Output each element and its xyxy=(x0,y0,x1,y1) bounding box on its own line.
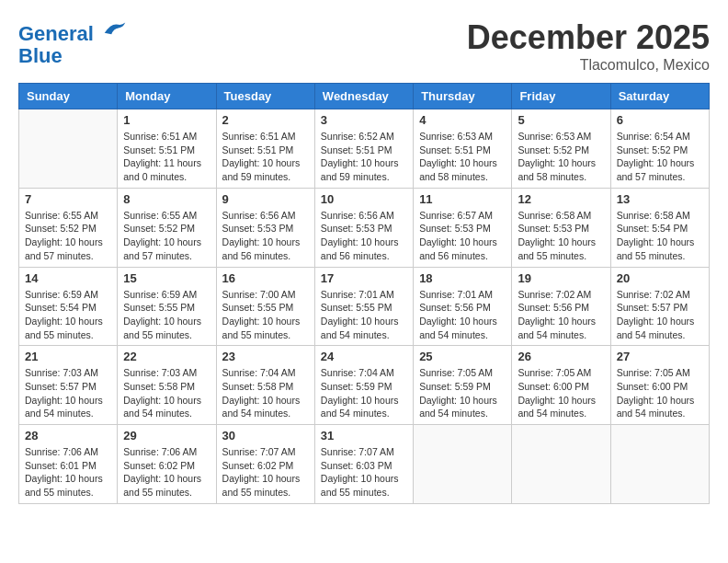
calendar-cell xyxy=(414,425,512,504)
calendar-cell: 17Sunrise: 7:01 AMSunset: 5:55 PMDayligh… xyxy=(314,267,413,346)
day-info: Sunrise: 6:59 AMSunset: 5:55 PMDaylight:… xyxy=(123,288,210,342)
day-info: Sunrise: 7:02 AMSunset: 5:57 PMDaylight:… xyxy=(617,288,703,342)
day-number: 14 xyxy=(25,271,111,285)
weekday-header-monday: Monday xyxy=(118,84,216,109)
calendar-cell xyxy=(19,109,118,189)
day-number: 1 xyxy=(123,113,210,127)
day-info: Sunrise: 7:06 AMSunset: 6:02 PMDaylight:… xyxy=(123,445,210,500)
calendar-cell xyxy=(610,425,709,504)
day-number: 28 xyxy=(25,429,111,442)
logo-blue: Blue xyxy=(18,44,63,67)
day-info: Sunrise: 7:05 AMSunset: 6:00 PMDaylight:… xyxy=(617,366,703,420)
calendar-cell: 5Sunrise: 6:53 AMSunset: 5:52 PMDaylight… xyxy=(512,109,610,189)
day-info: Sunrise: 6:55 AMSunset: 5:52 PMDaylight:… xyxy=(25,209,111,263)
calendar-cell: 20Sunrise: 7:02 AMSunset: 5:57 PMDayligh… xyxy=(610,267,709,346)
logo-general: General xyxy=(18,22,94,45)
day-info: Sunrise: 6:52 AMSunset: 5:51 PMDaylight:… xyxy=(321,130,407,184)
day-number: 16 xyxy=(222,271,309,285)
day-info: Sunrise: 7:01 AMSunset: 5:55 PMDaylight:… xyxy=(321,288,407,342)
calendar-table: SundayMondayTuesdayWednesdayThursdayFrid… xyxy=(18,83,710,504)
day-number: 31 xyxy=(321,429,407,442)
month-title: December 2025 xyxy=(467,18,710,57)
day-number: 13 xyxy=(617,192,703,206)
day-info: Sunrise: 6:59 AMSunset: 5:54 PMDaylight:… xyxy=(25,288,111,342)
calendar-cell: 26Sunrise: 7:05 AMSunset: 6:00 PMDayligh… xyxy=(512,346,610,425)
weekday-header-tuesday: Tuesday xyxy=(216,84,314,109)
calendar-cell: 6Sunrise: 6:54 AMSunset: 5:52 PMDaylight… xyxy=(610,109,709,189)
day-info: Sunrise: 6:51 AMSunset: 5:51 PMDaylight:… xyxy=(222,130,309,184)
calendar-cell: 3Sunrise: 6:52 AMSunset: 5:51 PMDaylight… xyxy=(314,109,413,189)
calendar-cell: 15Sunrise: 6:59 AMSunset: 5:55 PMDayligh… xyxy=(118,267,216,346)
day-info: Sunrise: 6:55 AMSunset: 5:52 PMDaylight:… xyxy=(123,209,210,263)
calendar-cell: 1Sunrise: 6:51 AMSunset: 5:51 PMDaylight… xyxy=(118,109,216,189)
calendar-cell: 13Sunrise: 6:58 AMSunset: 5:54 PMDayligh… xyxy=(610,188,709,267)
day-info: Sunrise: 7:07 AMSunset: 6:03 PMDaylight:… xyxy=(321,445,407,500)
calendar-cell: 27Sunrise: 7:05 AMSunset: 6:00 PMDayligh… xyxy=(610,346,709,425)
day-number: 3 xyxy=(321,113,407,127)
calendar-cell xyxy=(512,425,610,504)
calendar-cell: 31Sunrise: 7:07 AMSunset: 6:03 PMDayligh… xyxy=(314,425,413,504)
calendar-cell: 2Sunrise: 6:51 AMSunset: 5:51 PMDaylight… xyxy=(216,109,314,189)
calendar-cell: 22Sunrise: 7:03 AMSunset: 5:58 PMDayligh… xyxy=(118,346,216,425)
calendar-week-3: 14Sunrise: 6:59 AMSunset: 5:54 PMDayligh… xyxy=(19,267,710,346)
calendar-cell: 30Sunrise: 7:07 AMSunset: 6:02 PMDayligh… xyxy=(216,425,314,504)
weekday-header-wednesday: Wednesday xyxy=(314,84,413,109)
day-info: Sunrise: 7:04 AMSunset: 5:59 PMDaylight:… xyxy=(321,366,407,420)
day-info: Sunrise: 7:06 AMSunset: 6:01 PMDaylight:… xyxy=(25,445,111,500)
location-title: Tlacomulco, Mexico xyxy=(467,57,710,74)
day-number: 25 xyxy=(419,350,506,363)
day-info: Sunrise: 7:04 AMSunset: 5:58 PMDaylight:… xyxy=(222,366,309,420)
calendar-cell: 18Sunrise: 7:01 AMSunset: 5:56 PMDayligh… xyxy=(414,267,512,346)
day-number: 18 xyxy=(419,271,506,285)
day-info: Sunrise: 6:58 AMSunset: 5:54 PMDaylight:… xyxy=(617,209,703,263)
calendar-cell: 21Sunrise: 7:03 AMSunset: 5:57 PMDayligh… xyxy=(19,346,118,425)
calendar-cell: 4Sunrise: 6:53 AMSunset: 5:51 PMDaylight… xyxy=(414,109,512,189)
day-info: Sunrise: 7:01 AMSunset: 5:56 PMDaylight:… xyxy=(419,288,506,342)
day-info: Sunrise: 6:56 AMSunset: 5:53 PMDaylight:… xyxy=(321,209,407,263)
weekday-header-saturday: Saturday xyxy=(610,84,709,109)
calendar-week-1: 1Sunrise: 6:51 AMSunset: 5:51 PMDaylight… xyxy=(19,109,710,189)
calendar-week-5: 28Sunrise: 7:06 AMSunset: 6:01 PMDayligh… xyxy=(19,425,710,504)
day-info: Sunrise: 6:56 AMSunset: 5:53 PMDaylight:… xyxy=(222,209,309,263)
day-number: 10 xyxy=(321,192,407,206)
day-info: Sunrise: 6:53 AMSunset: 5:52 PMDaylight:… xyxy=(518,130,604,184)
day-number: 11 xyxy=(419,192,506,206)
day-info: Sunrise: 7:02 AMSunset: 5:56 PMDaylight:… xyxy=(518,288,604,342)
day-number: 27 xyxy=(617,350,703,363)
day-info: Sunrise: 6:58 AMSunset: 5:53 PMDaylight:… xyxy=(518,209,604,263)
day-info: Sunrise: 6:57 AMSunset: 5:53 PMDaylight:… xyxy=(419,209,506,263)
day-number: 19 xyxy=(518,271,604,285)
day-number: 22 xyxy=(123,350,210,363)
day-number: 20 xyxy=(617,271,703,285)
day-number: 9 xyxy=(222,192,309,206)
title-block: December 2025 Tlacomulco, Mexico xyxy=(467,18,710,74)
calendar-cell: 14Sunrise: 6:59 AMSunset: 5:54 PMDayligh… xyxy=(19,267,118,346)
logo: General Blue xyxy=(18,18,129,67)
day-number: 26 xyxy=(518,350,604,363)
day-number: 7 xyxy=(25,192,111,206)
weekday-header-friday: Friday xyxy=(512,84,610,109)
calendar-cell: 24Sunrise: 7:04 AMSunset: 5:59 PMDayligh… xyxy=(314,346,413,425)
calendar-cell: 23Sunrise: 7:04 AMSunset: 5:58 PMDayligh… xyxy=(216,346,314,425)
day-info: Sunrise: 7:07 AMSunset: 6:02 PMDaylight:… xyxy=(222,445,309,500)
day-number: 21 xyxy=(25,350,111,363)
calendar-cell: 29Sunrise: 7:06 AMSunset: 6:02 PMDayligh… xyxy=(118,425,216,504)
calendar-cell: 28Sunrise: 7:06 AMSunset: 6:01 PMDayligh… xyxy=(19,425,118,504)
calendar-cell: 7Sunrise: 6:55 AMSunset: 5:52 PMDaylight… xyxy=(19,188,118,267)
logo-text: General Blue xyxy=(18,18,129,67)
day-number: 29 xyxy=(123,429,210,442)
calendar-cell: 9Sunrise: 6:56 AMSunset: 5:53 PMDaylight… xyxy=(216,188,314,267)
calendar-week-4: 21Sunrise: 7:03 AMSunset: 5:57 PMDayligh… xyxy=(19,346,710,425)
calendar-week-2: 7Sunrise: 6:55 AMSunset: 5:52 PMDaylight… xyxy=(19,188,710,267)
page-header: General Blue December 2025 Tlacomulco, M… xyxy=(18,18,710,74)
day-info: Sunrise: 7:03 AMSunset: 5:57 PMDaylight:… xyxy=(25,366,111,420)
day-number: 6 xyxy=(617,113,703,127)
day-info: Sunrise: 7:03 AMSunset: 5:58 PMDaylight:… xyxy=(123,366,210,420)
weekday-header-sunday: Sunday xyxy=(19,84,118,109)
day-number: 30 xyxy=(222,429,309,442)
weekday-header-thursday: Thursday xyxy=(414,84,512,109)
day-number: 24 xyxy=(321,350,407,363)
day-number: 5 xyxy=(518,113,604,127)
day-number: 8 xyxy=(123,192,210,206)
day-info: Sunrise: 6:54 AMSunset: 5:52 PMDaylight:… xyxy=(617,130,703,184)
